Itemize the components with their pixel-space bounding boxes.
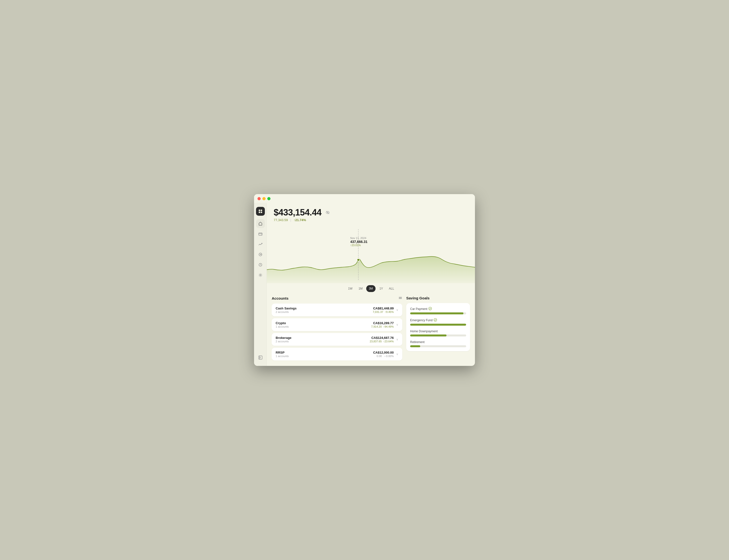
transfer-icon[interactable] [256, 250, 265, 259]
account-balance: CA$16,289.77 [371, 321, 394, 325]
account-change: 7,031.37 ↑9.45% [373, 310, 394, 313]
settings-icon[interactable] [256, 271, 265, 280]
account-change: 23,837.65 ↑23.64% [370, 340, 394, 343]
change-amount: 77,343.59 [274, 218, 288, 222]
chevron-icon: ∨ [396, 308, 398, 312]
progress-bar-fill [410, 324, 466, 326]
accounts-header: Accounts [272, 296, 402, 301]
goal-emergency-fund: Emergency Fund [410, 318, 466, 326]
main-content: $433,154.44 77,343.59 | ↑21.74% [267, 194, 475, 366]
filter-3m[interactable]: 3M [366, 285, 376, 292]
portfolio-chart [267, 224, 475, 283]
accounts-panel: Accounts Cash Savings 2 accounts [272, 296, 406, 361]
goal-name: Car Payment [410, 307, 427, 311]
account-card-cash-savings[interactable]: Cash Savings 2 accounts CA$81,448.89 7,0… [272, 304, 402, 316]
goals-title: Saving Goals [406, 296, 430, 300]
goal-check-icon [429, 307, 432, 311]
traffic-lights [257, 197, 270, 200]
goal-check-icon [434, 318, 437, 322]
filter-all[interactable]: ALL [387, 285, 396, 292]
svg-point-7 [260, 275, 261, 276]
progress-bar-bg [410, 312, 466, 314]
progress-bar-fill [410, 312, 463, 314]
chart-icon[interactable] [256, 240, 265, 249]
account-balance: CA$12,000.00 [373, 351, 394, 354]
filter-1w[interactable]: 1W [346, 285, 355, 292]
chart-area: Nov 11, 2024 437,666.31 ↑23.01% [267, 224, 475, 283]
svg-rect-1 [261, 210, 262, 211]
svg-point-17 [429, 307, 432, 310]
progress-bar-bg [410, 324, 466, 326]
account-name: Brokerage [276, 336, 291, 340]
goal-name: Emergency Fund [410, 319, 432, 322]
progress-bar-bg [410, 334, 466, 336]
svg-point-18 [434, 319, 437, 321]
account-sub: 1 accounts [276, 325, 289, 328]
filter-1m[interactable]: 1M [356, 285, 365, 292]
sidebar [254, 194, 267, 366]
goal-home-downpayment: Home Downpayment [410, 330, 466, 336]
accounts-list-icon[interactable] [398, 296, 402, 301]
svg-rect-3 [261, 212, 262, 213]
time-filter-bar: 1W 1M 3M 1Y ALL [267, 283, 475, 296]
progress-bar-fill [410, 334, 446, 336]
goal-name: Home Downpayment [410, 330, 438, 333]
svg-rect-0 [259, 210, 260, 211]
svg-point-13 [357, 259, 360, 261]
fullscreen-button[interactable] [267, 197, 270, 200]
bottom-panels: Accounts Cash Savings 2 accounts [267, 296, 475, 366]
account-card-rrsp[interactable]: RRSP 1 accounts CA$12,000.00 0.00 →0.00%… [272, 348, 402, 360]
goals-header: Saving Goals [406, 296, 470, 300]
account-card-brokerage[interactable]: Brokerage 2 accounts CA$124,687.76 23,83… [272, 333, 402, 346]
account-name: RRSP [276, 351, 289, 354]
app-window: $433,154.44 77,343.59 | ↑21.74% [254, 194, 475, 366]
close-button[interactable] [257, 197, 261, 200]
home-icon[interactable] [256, 219, 265, 228]
account-change: 0.00 →0.00% [373, 355, 394, 358]
account-name: Cash Savings [276, 307, 297, 310]
grid-icon[interactable] [256, 207, 265, 216]
goals-card: Car Payment [406, 303, 470, 351]
goal-retirement: Retirement [410, 340, 466, 347]
svg-rect-2 [259, 212, 260, 213]
accounts-title: Accounts [272, 296, 288, 300]
balance-change-row: 77,343.59 | ↑21.74% [274, 218, 468, 222]
hide-balance-icon[interactable] [325, 210, 330, 215]
account-name: Crypto [276, 321, 289, 325]
history-icon[interactable] [256, 260, 265, 269]
account-sub: 2 accounts [276, 310, 297, 313]
chevron-icon: ∨ [396, 352, 398, 356]
titlebar [254, 194, 475, 203]
filter-1y[interactable]: 1Y [377, 285, 386, 292]
progress-bar-fill [410, 345, 420, 347]
svg-rect-4 [259, 233, 262, 235]
account-sub: 2 accounts [276, 340, 291, 343]
change-pct: ↑21.74% [294, 218, 306, 222]
collapse-icon[interactable] [256, 353, 265, 362]
goal-car-payment: Car Payment [410, 307, 466, 314]
account-card-crypto[interactable]: Crypto 1 accounts CA$16,289.77 7,914.20 … [272, 318, 402, 331]
account-balance: CA$81,448.89 [373, 307, 394, 310]
total-balance: $433,154.44 [274, 207, 322, 218]
wallet-icon[interactable] [256, 229, 265, 238]
minimize-button[interactable] [262, 197, 266, 200]
progress-bar-bg [410, 345, 466, 347]
chevron-icon: ∨ [396, 338, 398, 341]
account-sub: 1 accounts [276, 355, 289, 358]
goal-name: Retirement [410, 340, 425, 344]
chevron-icon: ∨ [396, 323, 398, 326]
header-area: $433,154.44 77,343.59 | ↑21.74% [267, 203, 475, 222]
goals-panel: Saving Goals Car Payment [406, 296, 470, 361]
svg-rect-8 [259, 356, 262, 359]
account-change: 7,914.20 ↑94.49% [371, 325, 394, 328]
account-balance: CA$124,687.76 [370, 336, 394, 340]
